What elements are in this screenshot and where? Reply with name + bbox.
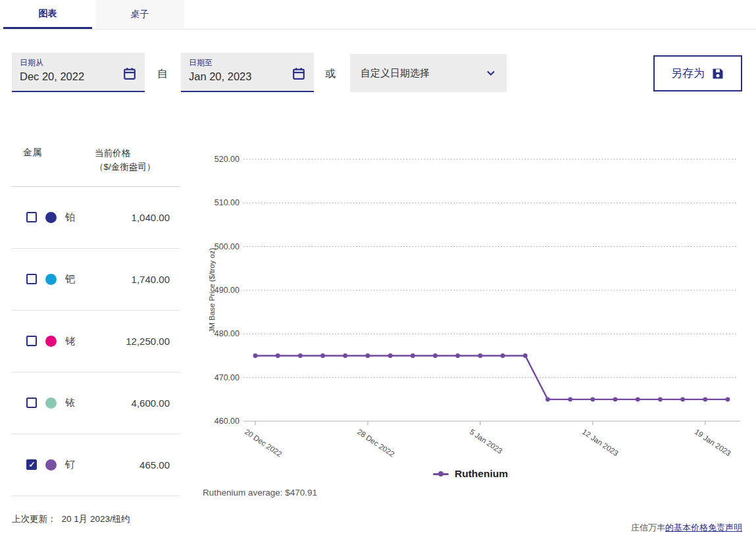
table-row-iridium: 铱 4,600.00 bbox=[12, 372, 180, 434]
x-tick-label: 28 Dec 2022 bbox=[356, 428, 396, 458]
checkbox-palladium[interactable] bbox=[26, 274, 37, 284]
chart-canvas: 460.00470.00480.00490.00500.00510.00520.… bbox=[197, 148, 756, 464]
data-point[interactable] bbox=[433, 353, 438, 358]
data-point[interactable] bbox=[455, 353, 460, 358]
metal-price: 1,740.00 bbox=[132, 274, 170, 285]
data-point[interactable] bbox=[320, 353, 325, 358]
ruthenium-color-dot bbox=[45, 459, 57, 471]
data-point[interactable] bbox=[298, 353, 303, 358]
data-point[interactable] bbox=[726, 397, 730, 401]
y-tick-label: 480.00 bbox=[214, 329, 239, 338]
rhodium-color-dot bbox=[45, 336, 57, 347]
x-tick-label: 12 Jan 2023 bbox=[581, 428, 620, 457]
checkbox-platinum[interactable] bbox=[26, 212, 37, 222]
palladium-color-dot bbox=[45, 274, 57, 285]
checkbox-rhodium[interactable] bbox=[26, 336, 37, 346]
save-icon bbox=[711, 67, 724, 80]
metal-name: 钯 bbox=[65, 273, 75, 286]
date-to-field[interactable]: 日期至 Jan 20, 2023 bbox=[181, 53, 314, 92]
save-as-button[interactable]: 另存为 bbox=[653, 55, 742, 91]
price-chart: 460.00470.00480.00490.00500.00510.00520.… bbox=[197, 148, 756, 507]
data-point[interactable] bbox=[253, 353, 258, 358]
metal-price: 465.00 bbox=[139, 459, 170, 471]
table-row-platinum: 铂 1,040.00 bbox=[12, 187, 180, 249]
y-tick-label: 520.00 bbox=[214, 155, 239, 164]
disclaimer: 庄信万丰的基本价格免责声明 bbox=[631, 522, 742, 534]
data-point[interactable] bbox=[636, 397, 640, 401]
table-row-palladium: 钯 1,740.00 bbox=[12, 249, 180, 311]
iridium-color-dot bbox=[45, 398, 57, 409]
metal-name: 铂 bbox=[65, 211, 75, 224]
tab-chart-label: 图表 bbox=[39, 8, 57, 20]
tab-chart[interactable]: 图表 bbox=[3, 0, 92, 29]
data-point[interactable] bbox=[501, 353, 505, 358]
tab-table[interactable]: 桌子 bbox=[95, 0, 184, 29]
last-updated-value: 20 1月 2023/纽约 bbox=[62, 514, 130, 524]
data-point[interactable] bbox=[366, 353, 370, 358]
data-point[interactable] bbox=[568, 397, 572, 401]
metals-table: 金属 当前价格 （$/金衡盎司） 铂 1,040.00 钯 1,740.00 铑… bbox=[12, 134, 180, 496]
average-note: Ruthenium average: $470.91 bbox=[203, 488, 317, 498]
metal-name: 铱 bbox=[65, 397, 75, 409]
y-tick-label: 510.00 bbox=[214, 198, 239, 207]
preset-date-dropdown[interactable]: 自定义日期选择 bbox=[350, 54, 507, 92]
connector-from: 自 bbox=[157, 67, 168, 81]
save-as-label: 另存为 bbox=[671, 66, 705, 81]
last-updated-label: 上次更新： bbox=[12, 514, 57, 524]
tab-bar: 图表 桌子 bbox=[0, 0, 756, 30]
y-tick-label: 490.00 bbox=[214, 286, 239, 295]
y-tick-label: 470.00 bbox=[214, 373, 239, 382]
calendar-icon[interactable] bbox=[291, 66, 306, 81]
preset-date-value: 自定义日期选择 bbox=[361, 67, 430, 80]
data-point[interactable] bbox=[545, 397, 550, 401]
table-row-rhodium: 铑 12,250.00 bbox=[12, 311, 180, 372]
data-point[interactable] bbox=[613, 397, 618, 401]
metal-price: 12,250.00 bbox=[126, 336, 170, 347]
data-point[interactable] bbox=[523, 353, 528, 358]
y-tick-label: 500.00 bbox=[214, 242, 239, 251]
date-to-value: Jan 20, 2023 bbox=[189, 70, 307, 83]
metals-table-header: 金属 当前价格 （$/金衡盎司） bbox=[12, 134, 180, 187]
date-to-label: 日期至 bbox=[189, 57, 307, 68]
chart-legend[interactable]: Ruthenium bbox=[197, 468, 743, 480]
y-axis-title: JM Base Price ($/troy oz) bbox=[208, 247, 216, 332]
ruthenium-legend-marker bbox=[433, 473, 449, 475]
x-tick-label: 19 Jan 2023 bbox=[693, 428, 732, 457]
data-point[interactable] bbox=[276, 353, 280, 358]
y-tick-label: 460.00 bbox=[214, 417, 239, 426]
x-tick-label: 20 Dec 2022 bbox=[243, 428, 284, 458]
date-from-value: Dec 20, 2022 bbox=[20, 70, 138, 83]
checkbox-ruthenium[interactable] bbox=[26, 459, 37, 470]
disclaimer-prefix: 庄信万丰 bbox=[631, 523, 665, 532]
metal-name: 钌 bbox=[65, 459, 75, 471]
checkbox-iridium[interactable] bbox=[26, 398, 37, 408]
header-metal: 金属 bbox=[23, 147, 41, 174]
ruthenium-legend-label: Ruthenium bbox=[455, 468, 508, 480]
last-updated: 上次更新：20 1月 2023/纽约 bbox=[12, 513, 130, 525]
data-point[interactable] bbox=[388, 353, 393, 358]
connector-or: 或 bbox=[325, 67, 336, 81]
data-point[interactable] bbox=[703, 397, 707, 401]
disclaimer-link[interactable]: 的基本价格免责声明 bbox=[665, 523, 742, 532]
calendar-icon[interactable] bbox=[122, 66, 137, 81]
metal-name: 铑 bbox=[65, 335, 75, 347]
tab-table-label: 桌子 bbox=[131, 9, 149, 20]
data-point[interactable] bbox=[680, 397, 685, 401]
chevron-down-icon bbox=[486, 68, 496, 78]
date-from-field[interactable]: 日期从 Dec 20, 2022 bbox=[12, 53, 145, 92]
header-current-price: 当前价格 （$/金衡盎司） bbox=[95, 147, 170, 174]
data-point[interactable] bbox=[590, 397, 595, 401]
metal-prices-page: 图表 桌子 日期从 Dec 20, 2022 自 日期至 Jan 20, 202… bbox=[0, 0, 756, 539]
metal-price: 1,040.00 bbox=[132, 212, 170, 223]
data-point[interactable] bbox=[478, 353, 483, 358]
date-from-label: 日期从 bbox=[20, 57, 138, 68]
platinum-color-dot bbox=[45, 212, 57, 223]
metal-price: 4,600.00 bbox=[132, 398, 170, 409]
data-point[interactable] bbox=[658, 397, 663, 401]
table-row-ruthenium: 钌 465.00 bbox=[12, 434, 180, 496]
ruthenium-line[interactable] bbox=[255, 356, 728, 399]
data-point[interactable] bbox=[411, 353, 415, 358]
x-tick-label: 5 Jan 2023 bbox=[468, 428, 504, 455]
data-point[interactable] bbox=[343, 353, 347, 358]
